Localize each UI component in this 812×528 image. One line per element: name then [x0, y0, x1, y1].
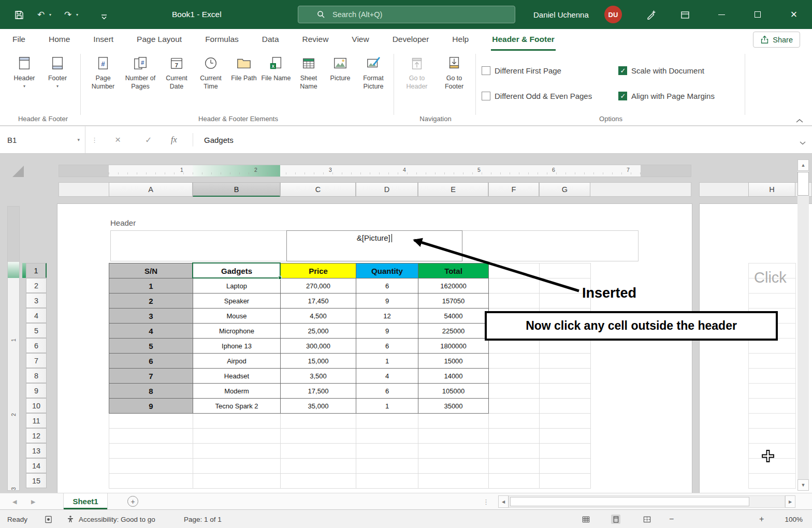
table-cell[interactable]: Moderm — [193, 384, 281, 399]
row-header-9[interactable]: 9 — [26, 383, 47, 398]
sheet-prev-icon[interactable]: ◀ — [12, 493, 17, 510]
sheet-tab-sheet1[interactable]: Sheet1 — [63, 493, 108, 509]
vertical-scrollbar-thumb[interactable] — [798, 172, 809, 196]
table-cell[interactable]: 3,500 — [281, 369, 356, 384]
row-header-10[interactable]: 10 — [26, 398, 47, 413]
table-cell[interactable]: 105000 — [418, 384, 489, 399]
row-header-2[interactable]: 2 — [26, 278, 47, 293]
column-header-g[interactable]: G — [539, 182, 590, 197]
ribbon-tab-insert[interactable]: Insert — [92, 29, 114, 51]
ink-pen-icon[interactable] — [645, 9, 657, 21]
table-cell[interactable]: 17,500 — [281, 384, 356, 399]
table-cell[interactable]: 9 — [356, 324, 418, 339]
close-button[interactable]: × — [782, 0, 806, 29]
macro-record-icon[interactable] — [45, 510, 52, 528]
ribbon-tab-view[interactable]: View — [351, 29, 370, 51]
table-cell[interactable]: Tecno Spark 2 — [193, 399, 281, 414]
current-date-button[interactable]: 7 Current Date — [161, 54, 193, 111]
redo-icon[interactable]: ↷ — [64, 0, 71, 29]
table-cell[interactable]: 54000 — [418, 309, 489, 324]
footer-button[interactable]: Footer ▾ — [42, 54, 72, 111]
normal-view-icon[interactable] — [581, 515, 590, 524]
name-box[interactable]: B1 ▾ — [0, 126, 85, 153]
table-cell[interactable]: 15000 — [418, 354, 489, 369]
ribbon-tab-formulas[interactable]: Formulas — [204, 29, 240, 51]
table-cell[interactable]: 6 — [109, 354, 193, 369]
quick-access-customize-icon[interactable] — [98, 11, 110, 23]
table-cell[interactable]: 1 — [356, 399, 418, 414]
table-cell[interactable]: Headset — [193, 369, 281, 384]
insert-function-icon[interactable]: fx — [171, 126, 177, 153]
table-cell[interactable]: 1800000 — [418, 339, 489, 354]
page-layout-view-icon[interactable] — [611, 515, 620, 524]
table-cell[interactable]: 17,450 — [281, 294, 356, 309]
row-header-14[interactable]: 14 — [26, 458, 47, 473]
scroll-up-button[interactable]: ▲ — [798, 159, 809, 171]
column-header-h[interactable]: H — [748, 182, 795, 197]
table-header-quantity[interactable]: Quantity — [356, 263, 418, 278]
zoom-out-icon[interactable]: − — [669, 510, 674, 528]
page-break-view-icon[interactable] — [642, 515, 651, 524]
picture-button[interactable]: Picture — [326, 54, 354, 111]
row-header-15[interactable]: 15 — [26, 473, 47, 488]
sheet-name-button[interactable]: Sheet Name — [293, 54, 324, 111]
table-cell[interactable]: 7 — [109, 369, 193, 384]
sheet-next-icon[interactable]: ▶ — [31, 493, 35, 510]
table-cell[interactable]: 4 — [109, 324, 193, 339]
user-name[interactable]: Daniel Uchenna — [533, 0, 589, 29]
horizontal-scrollbar-thumb[interactable] — [510, 497, 749, 506]
maximize-button[interactable] — [746, 0, 770, 29]
row-header-7[interactable]: 7 — [26, 353, 47, 368]
header-button[interactable]: Header ▾ — [9, 54, 39, 111]
save-icon[interactable] — [13, 9, 25, 21]
name-box-dropdown-icon[interactable]: ▾ — [77, 137, 80, 142]
undo-icon[interactable]: ↶ — [37, 0, 45, 29]
table-cell[interactable]: 1620000 — [418, 278, 489, 294]
enter-icon[interactable]: ✓ — [145, 126, 152, 153]
go-to-footer-button[interactable]: Go to Footer — [437, 54, 471, 111]
current-time-button[interactable]: Current Time — [195, 54, 227, 111]
table-cell[interactable]: Laptop — [193, 278, 281, 294]
ribbon-display-options-icon[interactable] — [679, 9, 691, 21]
table-cell[interactable]: 3 — [109, 309, 193, 324]
column-header-e[interactable]: E — [418, 182, 488, 197]
table-cell[interactable]: 6 — [356, 339, 418, 354]
table-cell[interactable]: 14000 — [418, 369, 489, 384]
row-header-3[interactable]: 3 — [26, 293, 47, 308]
scroll-right-button[interactable]: ▶ — [785, 495, 795, 508]
select-all-corner[interactable] — [12, 166, 24, 177]
row-header-4[interactable]: 4 — [26, 308, 47, 323]
table-cell[interactable]: Airpod — [193, 354, 281, 369]
row-header-11[interactable]: 11 — [26, 413, 47, 428]
ribbon-tab-help[interactable]: Help — [451, 29, 470, 51]
table-cell[interactable]: 4,500 — [281, 309, 356, 324]
scroll-down-button[interactable]: ▼ — [798, 479, 809, 491]
checkbox-different-first-page[interactable]: Different First Page — [482, 65, 561, 76]
column-header-d[interactable]: D — [356, 182, 418, 197]
undo-dropdown-icon[interactable]: ▾ — [49, 0, 51, 29]
table-cell[interactable]: 9 — [356, 294, 418, 309]
table-cell[interactable]: 35,000 — [281, 399, 356, 414]
checkbox-different-odd-even-pages[interactable]: Different Odd & Even Pages — [482, 91, 592, 101]
row-header-8[interactable]: 8 — [26, 368, 47, 383]
ribbon-tab-home[interactable]: Home — [48, 29, 71, 51]
scroll-left-button[interactable]: ◀ — [498, 495, 509, 508]
table-cell[interactable]: Speaker — [193, 294, 281, 309]
format-picture-button[interactable]: Format Picture — [356, 54, 390, 111]
redo-dropdown-icon[interactable]: ▾ — [76, 0, 78, 29]
vertical-scrollbar[interactable] — [798, 159, 809, 491]
page-number-button[interactable]: # Page Number — [86, 54, 120, 111]
ribbon-tab-developer[interactable]: Developer — [392, 29, 430, 51]
search-bar[interactable]: Search (Alt+Q) — [298, 6, 515, 23]
horizontal-scrollbar[interactable] — [509, 495, 785, 508]
column-header-a[interactable]: A — [109, 182, 193, 197]
table-cell[interactable]: Mouse — [193, 309, 281, 324]
table-cell[interactable]: 9 — [109, 399, 193, 414]
table-cell[interactable]: 4 — [356, 369, 418, 384]
number-of-pages-button[interactable]: # Number of Pages — [122, 54, 158, 111]
table-cell[interactable]: 2 — [109, 294, 193, 309]
ribbon-tab-data[interactable]: Data — [261, 29, 280, 51]
table-cell[interactable]: 300,000 — [281, 339, 356, 354]
table-cell[interactable]: 35000 — [418, 399, 489, 414]
status-accessibility[interactable]: Accessibility: Good to go — [79, 510, 155, 528]
